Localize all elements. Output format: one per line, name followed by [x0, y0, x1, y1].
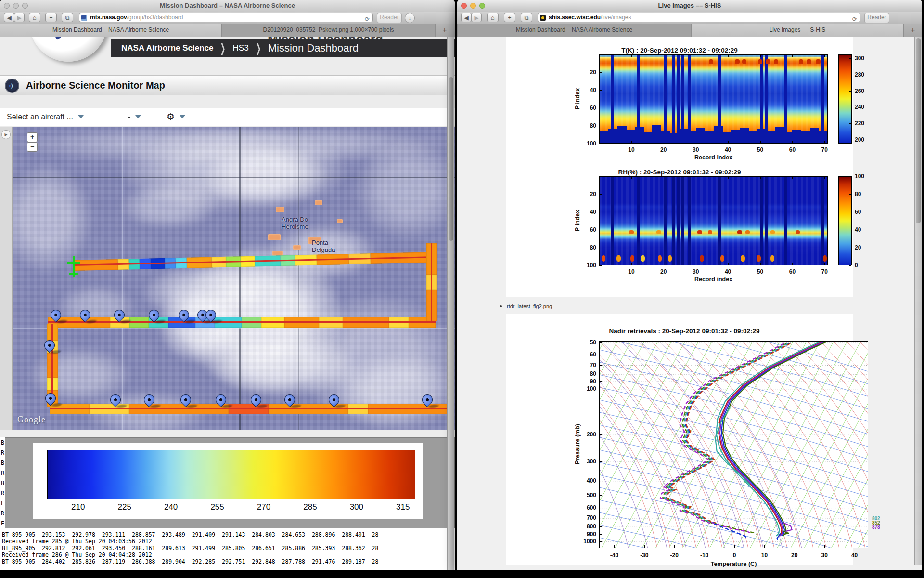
island	[276, 207, 284, 212]
tick-mark	[849, 75, 851, 75]
back-button[interactable]: ◀	[461, 13, 472, 22]
left-titlebar[interactable]: Mission Dashboard – NASA Airborne Scienc…	[0, 0, 455, 12]
tick-mark	[696, 263, 696, 265]
right-page-content: T(K) : 20-Sep-2012 09:01:32 - 09:02:2920…	[457, 37, 922, 570]
tab-mission-dashboard[interactable]: Mission Dashboard – NASA Airborne Scienc…	[0, 24, 221, 37]
new-tab-plus[interactable]: +	[436, 24, 454, 37]
terminal-edge-strip: BRBRBRERE	[0, 437, 5, 528]
tick-mark	[599, 381, 602, 382]
new-tab-plus[interactable]: +	[904, 24, 922, 37]
zoom-in-button[interactable]: +	[27, 132, 38, 142]
tick-mark	[599, 108, 602, 108]
terminal-line: BT_895_905 292.812 292.061 293.450 288.1…	[2, 545, 378, 552]
pressure-tick-label: 700	[581, 514, 596, 521]
surface-moist-spot	[770, 255, 775, 262]
file-name[interactable]: rtdr_latest_fig2.png	[507, 303, 552, 309]
breadcrumb: NASA Airborne Science ❯ HS3 ❯ Mission Da…	[111, 39, 455, 57]
skewt-plot	[599, 341, 868, 548]
data-gap-stripe	[688, 55, 691, 143]
home-button[interactable]: ⌂	[487, 13, 499, 22]
right-scrollbar-thumb[interactable]	[916, 38, 921, 223]
grid-line-light-horizontal	[13, 328, 455, 329]
tick-mark	[599, 194, 602, 195]
data-gap-stripe	[681, 177, 685, 265]
right-titlebar[interactable]: Live Images –– S-HIS	[457, 0, 922, 12]
pressure-tick-label: 200	[581, 431, 596, 438]
tick-mark	[599, 534, 602, 535]
heatmap-speckle	[600, 177, 827, 265]
new-tab-button[interactable]: +	[45, 13, 57, 22]
tick-mark	[674, 545, 675, 548]
download-button[interactable]: ↓	[405, 13, 415, 23]
x-tick-label: 10	[622, 146, 641, 153]
tick-mark	[849, 140, 851, 140]
warm-anomaly-blob	[735, 59, 739, 64]
surface-moist-spot	[700, 255, 704, 262]
right-page-scrollbar[interactable]	[914, 37, 922, 565]
flight-track-east-connector	[426, 243, 437, 321]
moist-band-spot	[656, 230, 661, 234]
skewt-canvas	[600, 342, 868, 548]
url-field[interactable]: shis.ssec.wisc.edu/live/images ⟳	[538, 13, 860, 22]
left-page-scrollbar[interactable]	[447, 37, 454, 570]
y-axis-label: P index	[574, 206, 581, 235]
forward-button[interactable]: ▶	[471, 13, 482, 22]
tick-mark	[705, 545, 705, 548]
tick-mark	[728, 176, 729, 179]
island	[337, 219, 343, 223]
breadcrumb-mission-dashboard[interactable]: Mission Dashboard	[268, 42, 359, 54]
tick-mark	[696, 141, 696, 144]
y-tick-label: 40	[582, 209, 596, 215]
new-tab-button[interactable]: +	[504, 13, 515, 22]
moist-band-spot	[697, 230, 702, 234]
x-tick-label: 20	[654, 146, 673, 153]
tick-mark	[849, 194, 851, 195]
tick-mark	[599, 495, 602, 496]
x-tick-label: 70	[815, 268, 834, 275]
colorbar-tick-label: 220	[855, 120, 864, 127]
tab-mission-dashboard[interactable]: Mission Dashboard – NASA Airborne Scienc…	[457, 24, 691, 37]
monitor-map[interactable]: Angra DoHeroismoPontaDelgada▶+−Google	[0, 127, 455, 430]
forward-button[interactable]: ▶	[14, 13, 25, 22]
settings-menu[interactable]: ⚙	[154, 108, 198, 126]
reader-button[interactable]: Reader	[377, 13, 402, 23]
tick-mark	[792, 263, 793, 265]
data-gap-stripe	[664, 55, 667, 143]
colorbar-tick-label: 20	[855, 244, 861, 251]
reload-icon[interactable]: ⟳	[852, 15, 857, 22]
breadcrumb-hs3[interactable]: HS3	[233, 43, 249, 53]
moist-band-spot	[745, 230, 750, 234]
breadcrumb-nasa-airborne-science[interactable]: NASA Airborne Science	[121, 43, 213, 53]
tab-overview-button[interactable]: ⧉	[521, 13, 532, 22]
tick-mark	[795, 545, 795, 548]
surface-moist-spot	[602, 255, 606, 262]
left-scrollbar-thumb[interactable]	[449, 77, 453, 241]
reader-button[interactable]: Reader	[864, 13, 889, 23]
tick-mark	[631, 263, 632, 265]
graticule-horizontal	[13, 177, 455, 178]
aircraft-select[interactable]: Select an aircraft ...	[0, 108, 116, 126]
tick-mark	[849, 91, 851, 92]
flight-track-mid-leg	[48, 317, 436, 328]
plot-title: RH(%) : 20-Sep-2012 09:01:32 - 09:02:29	[506, 169, 853, 176]
terminal-edge-char: E	[1, 520, 4, 527]
terminal-output[interactable]: BT_895_905 293.153 292.978 293.111 288.8…	[0, 528, 455, 570]
heatmap-figure-image[interactable]: T(K) : 20-Sep-2012 09:01:32 - 09:02:2920…	[506, 37, 853, 297]
tab-live-images[interactable]: Live Images –– S-HIS	[691, 24, 904, 37]
url-field[interactable]: mts.nasa.gov/group/hs3/dashboard ⟳	[79, 13, 373, 22]
skewt-figure-image[interactable]: Nadir retrievals : 20-Sep-2012 09:01:32 …	[506, 314, 853, 565]
surface-moist-spot	[641, 255, 645, 262]
layer-select[interactable]: -	[116, 108, 154, 126]
tab-overview-button[interactable]: ⧉	[62, 13, 73, 22]
back-button[interactable]: ◀	[4, 13, 14, 22]
reload-icon[interactable]: ⟳	[365, 15, 370, 22]
panel-expand-button[interactable]: ▶	[1, 130, 11, 139]
home-button[interactable]: ⌂	[29, 13, 40, 22]
tab-pskewt-image[interactable]: D20120920_035752_Pskewt.png 1,000×700 pi…	[221, 24, 436, 37]
pressure-tick-label: 90	[581, 378, 596, 385]
data-gap-stripe	[664, 177, 667, 265]
zoom-out-button[interactable]: −	[27, 142, 38, 152]
warm-anomaly-blob	[766, 59, 770, 64]
tick-mark	[824, 141, 825, 144]
plot-colorbar	[838, 176, 852, 265]
